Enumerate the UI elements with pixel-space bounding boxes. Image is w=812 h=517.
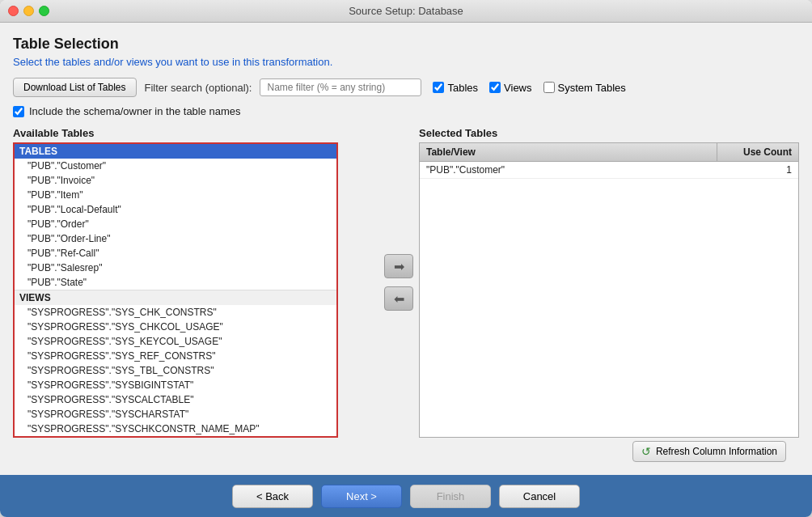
list-item[interactable]: "SYSPROGRESS"."SYS_KEYCOL_USAGE" <box>15 334 336 349</box>
list-item[interactable]: "SYSPROGRESS"."SYSCHARSTAT" <box>15 407 336 422</box>
maximize-button[interactable] <box>39 6 49 16</box>
close-button[interactable] <box>8 6 19 16</box>
views-checkbox[interactable] <box>489 82 501 93</box>
available-tables-header: Available Tables <box>13 127 338 139</box>
footer: < Back Next > Finish Cancel <box>0 475 812 517</box>
minimize-button[interactable] <box>23 6 34 16</box>
selected-tables-panel: Selected Tables Table/View Use Count "PU… <box>419 127 799 438</box>
use-count-cell: 1 <box>717 162 798 178</box>
selected-tables-header: Selected Tables <box>419 127 799 139</box>
filter-input[interactable] <box>260 78 421 96</box>
list-item[interactable]: "PUB"."Salesrep" <box>15 261 336 275</box>
views-section-header: VIEWS <box>15 290 336 305</box>
list-item[interactable]: "SYSPROGRESS"."SYS_REF_CONSTRS" <box>15 349 336 363</box>
refresh-btn-label: Refresh Column Information <box>656 446 777 457</box>
list-item[interactable]: "PUB"."Local-Default" <box>15 202 336 217</box>
filter-label: Filter search (optional): <box>145 82 252 94</box>
page-title: Table Selection <box>13 36 799 53</box>
window-title: Source Setup: Database <box>349 5 463 17</box>
list-item[interactable]: "PUB"."Customer" <box>15 159 336 173</box>
col-header-table: Table/View <box>420 143 717 161</box>
tables-label: Tables <box>447 82 478 94</box>
table-header-row: Table/View Use Count <box>420 143 798 162</box>
arrow-column: ➡ ⬅ <box>379 127 419 438</box>
table-row[interactable]: "PUB"."Customer" 1 <box>420 162 798 179</box>
main-content: Table Selection Select the tables and/or… <box>0 23 812 475</box>
tables-checkbox-item[interactable]: Tables <box>433 82 478 94</box>
available-tables-panel: Available Tables TABLES "PUB"."Customer"… <box>13 127 338 438</box>
system-tables-checkbox-item[interactable]: System Tables <box>543 82 626 94</box>
traffic-lights <box>8 6 49 16</box>
main-window: Source Setup: Database Table Selection S… <box>0 0 812 517</box>
download-list-button[interactable]: Download List of Tables <box>13 78 137 97</box>
system-tables-checkbox[interactable] <box>543 82 555 93</box>
move-right-button[interactable]: ➡ <box>384 254 413 278</box>
finish-button: Finish <box>410 485 491 508</box>
next-button[interactable]: Next > <box>321 485 402 508</box>
list-item[interactable]: "SYSPROGRESS"."SYSCHKCONSTR_NAME_MAP" <box>15 422 336 436</box>
list-item[interactable]: "PUB"."Order-Line" <box>15 231 336 246</box>
filter-checkboxes: Tables Views System Tables <box>433 82 625 94</box>
tables-checkbox[interactable] <box>433 82 444 93</box>
list-item[interactable]: "SYSPROGRESS"."SYS_CHKCOL_USAGE" <box>15 320 336 334</box>
cancel-button[interactable]: Cancel <box>499 485 580 508</box>
tables-section-header: TABLES <box>15 144 336 159</box>
panels-container: Available Tables TABLES "PUB"."Customer"… <box>13 127 799 438</box>
col-header-count: Use Count <box>717 143 798 161</box>
list-item[interactable]: "SYSPROGRESS"."SYS_TBL_CONSTRS" <box>15 363 336 378</box>
back-button[interactable]: < Back <box>232 485 313 508</box>
move-left-button[interactable]: ⬅ <box>384 286 413 311</box>
system-tables-label: System Tables <box>558 82 626 94</box>
toolbar: Download List of Tables Filter search (o… <box>13 78 799 97</box>
selected-tables-list: Table/View Use Count "PUB"."Customer" 1 <box>419 142 799 438</box>
title-bar: Source Setup: Database <box>0 0 812 23</box>
views-label: Views <box>504 82 531 94</box>
schema-checkbox[interactable] <box>13 106 24 117</box>
bottom-bar: ↺ Refresh Column Information <box>13 438 799 467</box>
available-tables-list[interactable]: TABLES "PUB"."Customer" "PUB"."Invoice" … <box>13 142 338 438</box>
refresh-icon: ↺ <box>641 445 651 458</box>
schema-label: Include the schema/owner in the table na… <box>29 105 241 117</box>
schema-row: Include the schema/owner in the table na… <box>13 105 799 117</box>
list-item[interactable]: "PUB"."State" <box>15 275 336 290</box>
views-checkbox-item[interactable]: Views <box>489 82 531 94</box>
table-name-cell: "PUB"."Customer" <box>420 162 717 178</box>
list-item[interactable]: "SYSPROGRESS"."SYS_CHK_CONSTRS" <box>15 305 336 320</box>
list-item[interactable]: "PUB"."Item" <box>15 188 336 202</box>
list-item[interactable]: "PUB"."Ref-Call" <box>15 246 336 261</box>
refresh-column-button[interactable]: ↺ Refresh Column Information <box>632 441 786 462</box>
list-item[interactable]: "SYSPROGRESS"."SYSBIGINTSTAT" <box>15 378 336 392</box>
subtitle: Select the tables and/or views you want … <box>13 56 799 68</box>
list-item[interactable]: "PUB"."Invoice" <box>15 173 336 188</box>
list-item[interactable]: "PUB"."Order" <box>15 217 336 231</box>
list-item[interactable]: "SYSPROGRESS"."SYSCALCTABLE" <box>15 392 336 407</box>
